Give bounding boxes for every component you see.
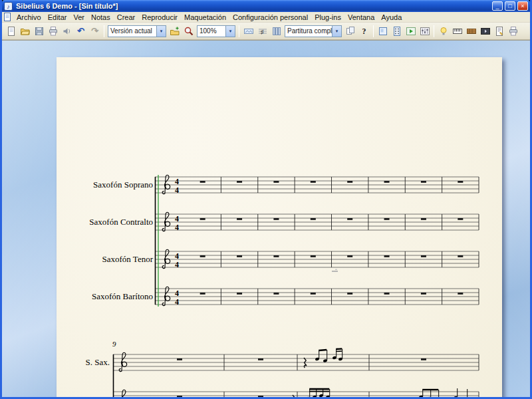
document-area[interactable]: 44444444 Saxofón Soprano Saxofón Contral… — [2, 40, 530, 397]
svg-text:4: 4 — [175, 186, 179, 195]
save-icon[interactable] — [32, 25, 46, 38]
magnifier-icon[interactable] — [182, 25, 196, 38]
panorama-icon[interactable] — [241, 25, 255, 38]
layout-marks-icon[interactable] — [269, 25, 283, 38]
print-icon[interactable] — [46, 25, 60, 38]
minimize-button[interactable]: _ — [492, 1, 503, 11]
zoom-dropdown[interactable]: 100% ▼ — [197, 25, 235, 37]
svg-text:♯: ♯ — [261, 28, 264, 35]
mixer-icon[interactable] — [418, 25, 432, 38]
svg-text:4: 4 — [175, 223, 179, 232]
staff-label-baritono[interactable]: Saxofón Barítono — [57, 291, 153, 302]
svg-text:4: 4 — [175, 260, 179, 269]
chevron-down-icon: ▼ — [332, 26, 341, 37]
video-icon[interactable] — [478, 25, 492, 38]
playback-window-icon[interactable] — [404, 25, 418, 38]
svg-text:4: 4 — [175, 289, 179, 298]
titlebar: ♪ Sibelius 6 Demo - [Sin título*] _ □ × — [2, 0, 530, 12]
navigator-icon[interactable] — [376, 25, 390, 38]
staff-label-contralto[interactable]: Saxofón Contralto — [57, 217, 153, 227]
staff-label-a-sax[interactable]: A. S — [57, 394, 110, 397]
close-button[interactable]: × — [517, 1, 528, 11]
worksheet-icon[interactable] — [492, 25, 506, 38]
svg-text:4: 4 — [175, 297, 179, 307]
focus-dropdown[interactable]: Partitura complet ▼ — [285, 25, 342, 37]
svg-text:4: 4 — [175, 177, 179, 186]
redo-icon[interactable]: ↷ — [88, 25, 102, 38]
staff-label-soprano[interactable]: Saxofón Soprano — [57, 180, 153, 190]
window-title: Sibelius 6 Demo - [Sin título*] — [16, 2, 490, 10]
chevron-down-icon: ▼ — [156, 26, 166, 37]
menu-crear[interactable]: Crear — [114, 13, 139, 22]
help-button[interactable]: ? — [357, 25, 371, 38]
keyboard-icon[interactable] — [450, 25, 464, 38]
properties-icon[interactable] — [506, 25, 520, 38]
keypad-icon[interactable] — [390, 25, 404, 38]
export-audio-icon[interactable] — [60, 25, 74, 38]
ideas-icon[interactable] — [436, 25, 450, 38]
toolbar-separator — [239, 25, 239, 37]
undo-icon[interactable]: ↶ — [74, 25, 88, 38]
document-icon[interactable] — [3, 13, 12, 21]
transposing-score-icon[interactable]: ♯ — [255, 25, 269, 38]
sibelius-window: ♪ Sibelius 6 Demo - [Sin título*] _ □ × … — [0, 0, 532, 399]
svg-text:4: 4 — [175, 214, 179, 223]
maximize-button[interactable]: □ — [505, 1, 515, 11]
app-icon: ♪ — [4, 2, 13, 11]
toolbar-separator — [434, 25, 434, 37]
score-page[interactable]: 44444444 Saxofón Soprano Saxofón Contral… — [57, 57, 502, 397]
menu-plugins[interactable]: Plug-ins — [311, 13, 344, 22]
new-score-icon[interactable] — [4, 25, 18, 38]
toolbar-separator — [373, 25, 374, 37]
staff-label-s-sax[interactable]: S. Sax. — [57, 357, 110, 368]
menu-archivo[interactable]: Archivo — [13, 13, 45, 22]
toolbar: ↶ ↷ Versión actual ▼ 100% ▼ ♯ Partitura … — [2, 23, 530, 40]
menu-maquetacion[interactable]: Maquetación — [181, 13, 229, 22]
staff-label-tenor[interactable]: Saxofón Tenor — [57, 254, 153, 265]
version-dropdown[interactable]: Versión actual ▼ — [108, 25, 166, 37]
fretboard-icon[interactable] — [464, 25, 478, 38]
menu-editar[interactable]: Editar — [45, 13, 70, 22]
measure-number: 9 — [112, 340, 116, 348]
menu-ventana[interactable]: Ventana — [344, 13, 378, 22]
edit-parts-icon[interactable] — [343, 25, 357, 38]
menu-reproducir[interactable]: Reproducir — [138, 13, 181, 22]
menu-ver[interactable]: Ver — [70, 13, 88, 22]
open-icon[interactable] — [18, 25, 32, 38]
svg-text:4: 4 — [175, 251, 179, 261]
svg-text:♪: ♪ — [7, 3, 10, 10]
menu-configuracion-personal[interactable]: Configuración personal — [229, 13, 311, 22]
toolbar-separator — [104, 25, 104, 37]
menu-notas[interactable]: Notas — [88, 13, 114, 22]
menu-ayuda[interactable]: Ayuda — [378, 13, 405, 22]
save-version-icon[interactable] — [168, 25, 182, 38]
chevron-down-icon: ▼ — [225, 26, 235, 37]
menubar: Archivo Editar Ver Notas Crear Reproduci… — [2, 12, 530, 23]
